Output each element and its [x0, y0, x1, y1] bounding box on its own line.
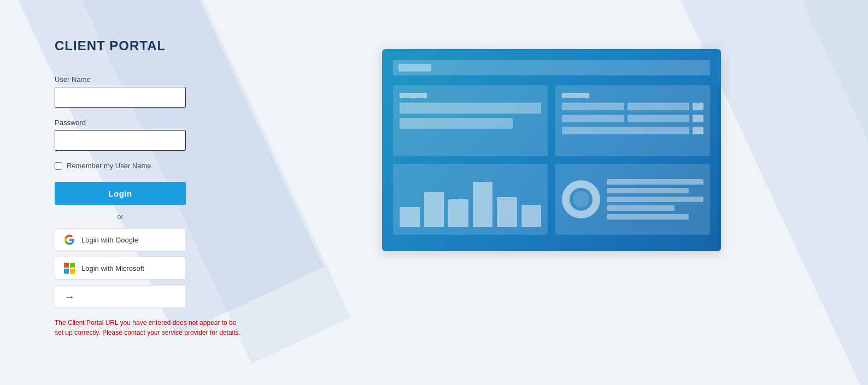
username-label: User Name [55, 75, 246, 84]
sso-login-button[interactable]: → [55, 285, 186, 308]
remember-row: Remember my User Name [55, 162, 246, 170]
or-divider: or [55, 212, 186, 221]
password-label: Password [55, 119, 246, 127]
dashboard-panel [246, 33, 824, 251]
illus-panel-donut [555, 164, 710, 235]
sso-arrow-icon: → [64, 291, 75, 303]
remember-label: Remember my User Name [67, 162, 151, 170]
dashboard-illustration [382, 49, 721, 251]
app-title: CLIENT PORTAL [55, 38, 246, 54]
microsoft-login-button[interactable]: Login with Microsoft [55, 257, 186, 280]
illus-panel-barchart [393, 164, 548, 235]
password-input[interactable] [55, 130, 186, 151]
illus-panel-form [393, 85, 548, 156]
microsoft-icon [64, 263, 75, 274]
password-group: Password [55, 119, 246, 151]
google-login-button[interactable]: Login with Google [55, 228, 186, 251]
username-input[interactable] [55, 87, 186, 108]
google-login-label: Login with Google [81, 236, 138, 244]
illus-donut-chart [562, 180, 600, 218]
illus-panel-fields [555, 85, 710, 156]
login-button[interactable]: Login [55, 182, 186, 205]
login-form-panel: CLIENT PORTAL User Name Password Remembe… [55, 33, 246, 337]
illus-list [607, 179, 703, 220]
google-icon [64, 234, 75, 245]
remember-checkbox[interactable] [55, 162, 62, 170]
page-content: CLIENT PORTAL User Name Password Remembe… [0, 0, 868, 385]
microsoft-login-label: Login with Microsoft [81, 264, 144, 273]
illus-tab [398, 64, 431, 72]
error-message: The Client Portal URL you have entered d… [55, 318, 246, 337]
illus-grid [393, 85, 710, 235]
username-group: User Name [55, 75, 246, 108]
illus-topbar [393, 60, 710, 75]
